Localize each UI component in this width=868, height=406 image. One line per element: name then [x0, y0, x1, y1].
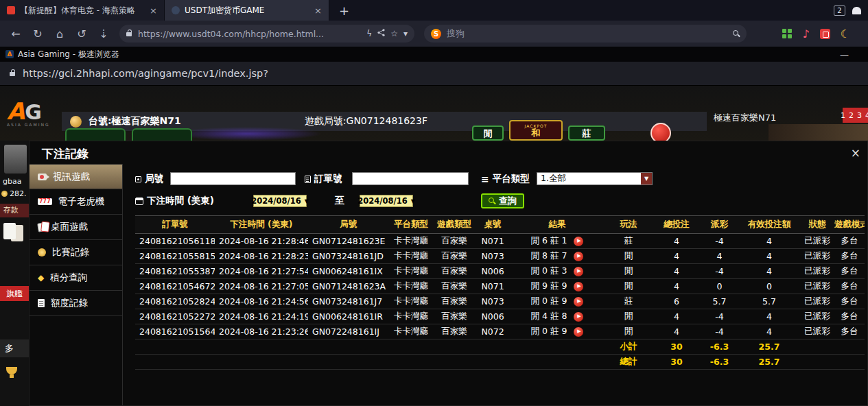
- tab-favicon: [7, 6, 15, 14]
- cell-order: 240816210528246: [135, 294, 215, 309]
- deposit-button[interactable]: 存款: [0, 204, 29, 217]
- replay-button[interactable]: ▶: [574, 282, 583, 291]
- play-icon: ▶: [577, 284, 580, 289]
- username-label: gbaa: [3, 177, 21, 186]
- sidebar-item-points-query[interactable]: 積分查詢: [30, 265, 122, 291]
- cell-payout: 0: [701, 279, 738, 294]
- cell-order: 240816210515649: [135, 324, 215, 339]
- cell-platform: 卡卡灣廳: [389, 294, 433, 309]
- document-icon: [305, 176, 311, 183]
- sidebar-item-match-records[interactable]: 比賽記錄: [30, 240, 122, 265]
- query-button[interactable]: 查詢: [481, 193, 524, 208]
- replay-button[interactable]: ▶: [574, 267, 583, 276]
- cell-time: 2024-08-16 21:28:23: [215, 249, 308, 264]
- cell-mode: 多台: [834, 309, 865, 324]
- download-icon[interactable]: ⇣: [97, 27, 110, 40]
- music-icon[interactable]: ♪: [802, 27, 809, 40]
- replay-button[interactable]: ▶: [574, 252, 583, 261]
- cell-total: 6: [653, 294, 701, 309]
- result-text: 閒 8 莊 7: [531, 250, 567, 261]
- night-mode-icon[interactable]: ☾: [841, 27, 850, 40]
- bet-panel[interactable]: [132, 128, 192, 141]
- tab-usdt-game[interactable]: USDT加密货币GAME ×: [165, 0, 329, 21]
- tab-count-badge[interactable]: 2: [834, 5, 845, 16]
- cell-round: GN0712481623E: [308, 234, 389, 249]
- cell-status: 已派彩: [800, 264, 834, 279]
- search-icon: [489, 198, 495, 204]
- order-number-input[interactable]: [352, 172, 469, 185]
- refresh-icon[interactable]: ↻: [32, 27, 44, 40]
- home-icon[interactable]: ⌂: [54, 27, 66, 40]
- cell-game: 百家樂: [433, 279, 476, 294]
- bet-panel[interactable]: [65, 128, 126, 141]
- play-icon: ▶: [577, 314, 580, 319]
- sidebar-item-table-games[interactable]: 桌面遊戲: [30, 215, 122, 240]
- app-url-text[interactable]: https://gci.2hhapi.com/agingame/pcv1/ind…: [23, 68, 268, 79]
- selected-platform: 1.全部: [537, 173, 641, 184]
- bet-banker-button[interactable]: 莊: [568, 126, 605, 141]
- bet-table-head: 訂單號下注時間 (美東)局號平台類型遊戲類型桌號結果玩法總投注派彩有效投注額狀態…: [135, 216, 865, 234]
- table-row: 2408162105227282024-08-16 21:24:19GN0062…: [135, 309, 865, 324]
- url-text[interactable]: https://www.usdt04.com/hhcp/home.html...: [138, 29, 361, 39]
- search-icon[interactable]: [733, 30, 740, 37]
- promo-badge-icon[interactable]: [650, 123, 671, 141]
- dropdown-arrow-icon[interactable]: ▼: [641, 173, 652, 184]
- apps-grid-icon[interactable]: [782, 29, 792, 38]
- close-icon[interactable]: ×: [851, 146, 860, 160]
- replay-button[interactable]: ▶: [574, 237, 583, 246]
- cell-time: 2024-08-16 21:28:46: [215, 234, 308, 249]
- document-icon: [38, 299, 45, 307]
- play-icon: ▶: [577, 299, 580, 304]
- date-to-value: 2024/08/16: [357, 196, 407, 206]
- avatar: [4, 145, 27, 174]
- browser-menu-icon[interactable]: [852, 7, 861, 14]
- cell-total: 4: [653, 249, 701, 264]
- summary-total: 30: [653, 355, 701, 370]
- back-icon[interactable]: ←: [10, 27, 22, 40]
- cell-result: 閒 0 莊 3▶: [510, 264, 605, 279]
- bet-player-button[interactable]: 閒: [472, 126, 504, 141]
- new-tab-button[interactable]: +: [339, 3, 349, 18]
- chevron-down-icon[interactable]: ▾: [403, 29, 408, 38]
- summary-total: 30: [653, 339, 701, 355]
- sidebar-item-video-games[interactable]: 視訊遊戲: [30, 164, 122, 189]
- minimize-button[interactable]: —: [840, 49, 863, 60]
- bookmark-star-icon[interactable]: ☆: [390, 29, 398, 38]
- jackpot-tie-button[interactable]: JACKPOT 和: [509, 120, 563, 141]
- round-number-input[interactable]: [170, 172, 296, 185]
- column-header: 遊戲類型: [433, 216, 476, 234]
- column-header: 桌號: [476, 216, 510, 234]
- address-bar[interactable]: https://www.usdt04.com/hhcp/home.html...…: [119, 25, 414, 43]
- table-number-label: 台號:極速百家樂N71: [89, 115, 181, 128]
- search-bar[interactable]: S 搜狗: [424, 25, 747, 43]
- red-app-icon[interactable]: [820, 29, 830, 39]
- cell-table_no: N071: [476, 234, 510, 249]
- replay-button[interactable]: ▶: [574, 297, 583, 307]
- search-engine-label[interactable]: 搜狗: [447, 27, 727, 40]
- cell-mode: 多台: [834, 249, 865, 264]
- date-from-picker[interactable]: 2024/08/16 ▼: [253, 195, 307, 207]
- cell-status: 已派彩: [800, 324, 834, 339]
- accelerator-icon[interactable]: ϟ: [366, 29, 372, 38]
- replay-button[interactable]: ▶: [574, 327, 583, 337]
- close-icon[interactable]: ×: [150, 5, 157, 16]
- sidebar-item-slots[interactable]: 電子老虎機: [30, 189, 122, 215]
- cell-valid: 4: [738, 264, 800, 279]
- undo-icon[interactable]: ↺: [75, 27, 88, 40]
- flagship-button[interactable]: 旗艦: [0, 286, 29, 301]
- cell-table_no: N072: [476, 324, 510, 339]
- cell-table_no: N071: [476, 279, 510, 294]
- ag-logo-g: G: [25, 100, 42, 124]
- replay-button[interactable]: ▶: [574, 312, 583, 322]
- share-icon[interactable]: [377, 29, 385, 38]
- sidebar-item-credit-records[interactable]: 額度記錄: [30, 291, 122, 316]
- tag-icon: [135, 176, 141, 182]
- platform-type-select[interactable]: 1.全部 ▼: [537, 172, 653, 185]
- multi-table-tab[interactable]: 多: [0, 339, 29, 357]
- sidebar-item-label: 額度記錄: [51, 297, 88, 309]
- close-icon[interactable]: ×: [314, 5, 322, 16]
- dropdown-arrow-icon: ▼: [305, 198, 309, 204]
- date-to-picker[interactable]: 2024/08/16 ▼: [360, 195, 413, 207]
- tab-sports[interactable]: 【新提醒】体育电竞 - 海燕策略 ×: [0, 0, 165, 21]
- app-address-bar[interactable]: https://gci.2hhapi.com/agingame/pcv1/ind…: [0, 62, 868, 86]
